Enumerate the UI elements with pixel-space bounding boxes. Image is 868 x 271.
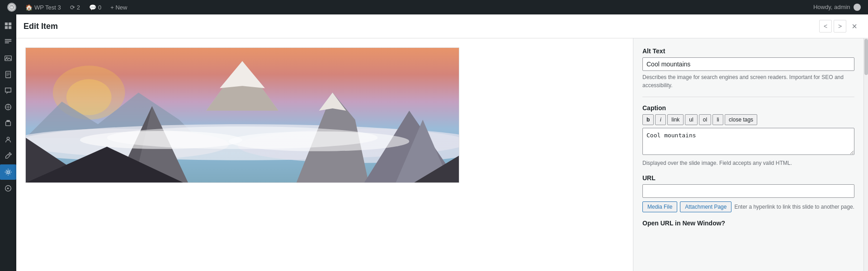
svg-rect-18 — [6, 121, 11, 126]
admin-avatar — [854, 4, 861, 11]
close-modal-button[interactable]: × — [848, 20, 861, 33]
section-divider-1 — [642, 97, 854, 97]
sidebar — [0, 14, 16, 271]
svg-rect-14 — [6, 75, 9, 76]
svg-rect-5 — [9, 26, 11, 29]
modal-header: Edit Item < > × — [16, 14, 868, 38]
media-file-button[interactable]: Media File — [642, 201, 677, 212]
modal-overlay: Edit Item < > × — [16, 14, 868, 271]
sidebar-icon-plugins[interactable] — [0, 116, 16, 131]
caption-li-button[interactable]: li — [712, 114, 723, 125]
sidebar-icon-media[interactable] — [0, 51, 16, 66]
main-layout: Edit Item < > × — [0, 14, 868, 271]
svg-point-20 — [7, 171, 9, 173]
svg-rect-13 — [6, 74, 9, 75]
edit-item-modal: Edit Item < > × — [16, 14, 868, 271]
admin-bar-comments[interactable]: 💬 0 — [85, 0, 105, 14]
admin-bar-updates[interactable]: ⟳ 2 — [66, 0, 84, 14]
home-icon: 🏠 — [25, 4, 33, 11]
sidebar-icon-tools[interactable] — [0, 148, 16, 164]
svg-rect-3 — [9, 23, 11, 25]
url-label: URL — [642, 174, 854, 182]
prev-item-button[interactable]: < — [819, 20, 832, 33]
svg-rect-12 — [6, 73, 9, 73]
alt-text-input[interactable] — [642, 57, 854, 71]
caption-bold-button[interactable]: b — [642, 114, 654, 125]
sidebar-icon-collapse[interactable] — [0, 181, 16, 196]
image-panel — [16, 38, 633, 271]
alt-text-label: Alt Text — [642, 47, 854, 55]
url-section: URL Media File Attachment Page Enter a h… — [642, 174, 854, 212]
svg-rect-4 — [5, 26, 8, 29]
admin-bar: W 🏠 WP Test 3 ⟳ 2 💬 0 + New Howdy, admin — [0, 0, 868, 14]
right-panel: Alt Text Describes the image for search … — [633, 38, 863, 271]
svg-text:W: W — [10, 6, 14, 9]
caption-close-tags-button[interactable]: close tags — [725, 114, 757, 125]
url-hint: Enter a hyperlink to link this slide to … — [734, 204, 854, 210]
modal-title: Edit Item — [24, 22, 58, 31]
admin-bar-site-name[interactable]: 🏠 WP Test 3 — [22, 0, 65, 14]
wp-logo-icon: W — [7, 3, 16, 12]
sidebar-icon-posts[interactable] — [0, 34, 16, 50]
sidebar-icon-dashboard[interactable] — [0, 18, 16, 33]
caption-ol-button[interactable]: ol — [699, 114, 711, 125]
caption-link-button[interactable]: link — [667, 114, 684, 125]
caption-description: Displayed over the slide image. Field ac… — [642, 159, 854, 167]
sidebar-icon-users[interactable] — [0, 132, 16, 147]
svg-point-44 — [107, 126, 378, 149]
svg-rect-9 — [5, 56, 11, 61]
caption-ul-button[interactable]: ul — [685, 114, 697, 125]
caption-textarea[interactable]: Cool mountains — [642, 128, 854, 155]
svg-rect-8 — [5, 42, 9, 43]
svg-point-19 — [7, 137, 9, 140]
admin-bar-new[interactable]: + New — [107, 0, 131, 14]
admin-bar-howdy: Howdy, admin — [810, 4, 864, 11]
admin-bar-wp[interactable]: W — [4, 0, 20, 14]
scroll-track[interactable] — [863, 38, 868, 271]
url-input[interactable] — [642, 184, 854, 198]
caption-label: Caption — [642, 104, 854, 112]
sidebar-icon-comments[interactable] — [0, 83, 16, 98]
updates-icon: ⟳ — [70, 4, 75, 11]
attachment-page-button[interactable]: Attachment Page — [680, 201, 731, 212]
modal-body: Alt Text Describes the image for search … — [16, 38, 868, 271]
svg-rect-7 — [5, 41, 11, 42]
modal-nav: < > × — [819, 20, 861, 33]
caption-italic-button[interactable]: i — [655, 114, 666, 125]
alt-text-description: Describes the image for search engines a… — [642, 73, 854, 89]
url-row: Media File Attachment Page Enter a hyper… — [642, 201, 854, 212]
scroll-thumb[interactable] — [864, 39, 868, 75]
svg-rect-2 — [5, 23, 8, 25]
slide-image — [25, 47, 459, 183]
svg-rect-6 — [5, 39, 11, 40]
comments-icon: 💬 — [89, 4, 96, 11]
sidebar-icon-pages[interactable] — [0, 67, 16, 82]
sidebar-icon-settings[interactable] — [0, 164, 16, 180]
next-item-button[interactable]: > — [834, 20, 846, 33]
open-url-label: Open URL in New Window? — [642, 220, 854, 227]
caption-toolbar: b i link ul ol li close tags — [642, 114, 854, 125]
sidebar-icon-appearance[interactable] — [0, 99, 16, 115]
